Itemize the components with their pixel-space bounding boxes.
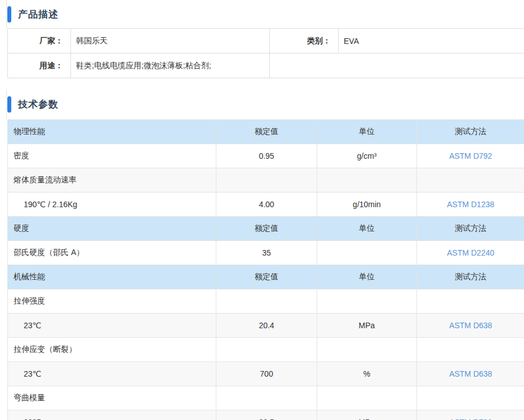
unit-value: g/cm³: [317, 144, 417, 168]
tech-data-row: 拉伸应变（断裂）: [8, 338, 524, 362]
column-header-property: 机械性能: [8, 265, 216, 289]
tech-section-header-row: 物理性能额定值单位测试方法: [8, 120, 524, 144]
test-method: [417, 168, 524, 193]
tech-data-row: 弯曲模量: [8, 386, 524, 410]
column-header-unit: 单位: [317, 120, 417, 144]
test-method-link[interactable]: ASTM D2240: [447, 248, 494, 257]
property-name: 拉伸强度: [8, 289, 216, 314]
category-value: EVA: [339, 29, 524, 53]
column-header-unit: 单位: [317, 217, 417, 241]
property-name: 熔体质量流动速率: [8, 168, 216, 193]
rated-value: [216, 289, 317, 314]
property-name: 23℃: [8, 362, 216, 386]
unit-value: [317, 241, 417, 265]
test-method: ASTM D638: [417, 362, 524, 386]
unit-value: [317, 386, 417, 410]
test-method: ASTM D2240: [417, 241, 524, 265]
column-header-property: 物理性能: [8, 120, 216, 144]
column-header-test-method: 测试方法: [417, 217, 524, 241]
unit-value: %: [317, 362, 417, 386]
tech-data-row: 23℃700%ASTM D638: [8, 362, 524, 386]
unit-value: g/10min: [317, 193, 417, 217]
unit-value: [317, 338, 417, 362]
column-header-unit: 单位: [317, 265, 417, 289]
product-section-title-row: 产品描述: [0, 0, 524, 28]
tech-section-title: 技术参数: [18, 98, 59, 111]
test-method-link[interactable]: ASTM D638: [449, 369, 492, 378]
unit-value: [317, 289, 417, 314]
test-method: ASTM D638: [417, 314, 524, 338]
unit-value: MPa: [317, 410, 417, 420]
empty-cell: [270, 53, 524, 78]
property-name: 23℃: [8, 410, 216, 420]
test-method-link[interactable]: ASTM D792: [449, 151, 492, 160]
property-name: 邵氏硬度（邵氏 A）: [8, 241, 216, 265]
rated-value: 0.95: [216, 144, 317, 168]
tech-data-row: 熔体质量流动速率: [8, 168, 524, 193]
rated-value: [216, 338, 317, 362]
test-method: ASTM D1238: [417, 193, 524, 217]
product-description-section: 产品描述 厂家： 韩国乐天 类别： EVA 用途： 鞋类;电线电缆应用;微泡沫薄…: [0, 0, 524, 78]
column-header-property: 硬度: [8, 217, 216, 241]
test-method: ASTM D790: [417, 410, 524, 420]
test-method: [417, 338, 524, 362]
column-header-test-method: 测试方法: [417, 265, 524, 289]
category-label: 类别：: [270, 29, 339, 53]
unit-value: [317, 168, 417, 193]
rated-value: 35: [216, 241, 317, 265]
product-info-row: 厂家： 韩国乐天 类别： EVA: [8, 29, 524, 53]
rated-value: 700: [216, 362, 317, 386]
unit-value: MPa: [317, 314, 417, 338]
usage-label: 用途：: [8, 53, 71, 78]
column-header-rated-value: 额定值: [216, 217, 317, 241]
section-accent-bar: [7, 6, 11, 23]
tech-data-row: 密度0.95g/cm³ASTM D792: [8, 144, 524, 168]
tech-params-table: 物理性能额定值单位测试方法密度0.95g/cm³ASTM D792熔体质量流动速…: [7, 119, 524, 420]
test-method-link[interactable]: ASTM D1238: [447, 200, 494, 209]
usage-value: 鞋类;电线电缆应用;微泡沫薄板;粘合剂;: [71, 53, 270, 78]
tech-section-header-row: 机械性能额定值单位测试方法: [8, 265, 524, 289]
column-header-rated-value: 额定值: [216, 120, 317, 144]
tech-section-header-row: 硬度额定值单位测试方法: [8, 217, 524, 241]
tech-table-body: 物理性能额定值单位测试方法密度0.95g/cm³ASTM D792熔体质量流动速…: [8, 120, 524, 420]
tech-data-row: 23℃26.5MPaASTM D790: [8, 410, 524, 420]
manufacturer-label: 厂家：: [8, 29, 71, 53]
test-method-link[interactable]: ASTM D638: [449, 321, 492, 330]
tech-section-title-row: 技术参数: [0, 89, 524, 119]
rated-value: 20.4: [216, 314, 317, 338]
manufacturer-value: 韩国乐天: [71, 29, 270, 53]
rated-value: [216, 168, 317, 193]
property-name: 190℃ / 2.16Kg: [8, 193, 216, 217]
tech-data-row: 拉伸强度: [8, 289, 524, 314]
column-header-rated-value: 额定值: [216, 265, 317, 289]
property-name: 23℃: [8, 314, 216, 338]
section-accent-bar: [7, 96, 11, 113]
test-method: [417, 289, 524, 314]
property-name: 密度: [8, 144, 216, 168]
rated-value: 26.5: [216, 410, 317, 420]
tech-data-row: 190℃ / 2.16Kg4.00g/10minASTM D1238: [8, 193, 524, 217]
product-info-row: 用途： 鞋类;电线电缆应用;微泡沫薄板;粘合剂;: [8, 53, 524, 78]
property-name: 拉伸应变（断裂）: [8, 338, 216, 362]
test-method-link[interactable]: ASTM D790: [449, 418, 492, 420]
property-name: 弯曲模量: [8, 386, 216, 410]
product-info-table: 厂家： 韩国乐天 类别： EVA 用途： 鞋类;电线电缆应用;微泡沫薄板;粘合剂…: [7, 28, 524, 78]
test-method: [417, 386, 524, 410]
technical-parameters-section: 技术参数 物理性能额定值单位测试方法密度0.95g/cm³ASTM D792熔体…: [0, 89, 524, 420]
tech-data-row: 23℃20.4MPaASTM D638: [8, 314, 524, 338]
tech-data-row: 邵氏硬度（邵氏 A）35ASTM D2240: [8, 241, 524, 265]
rated-value: 4.00: [216, 193, 317, 217]
test-method: ASTM D792: [417, 144, 524, 168]
column-header-test-method: 测试方法: [417, 120, 524, 144]
rated-value: [216, 386, 317, 410]
product-section-title: 产品描述: [18, 8, 59, 21]
